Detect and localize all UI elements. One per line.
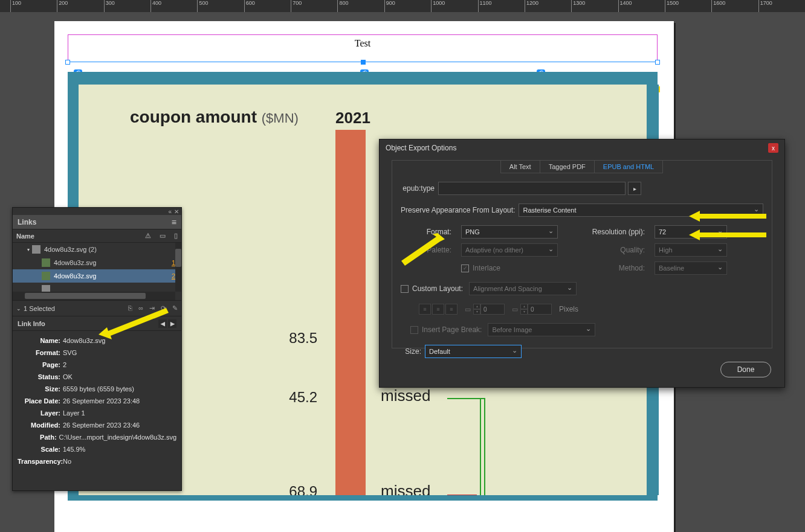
page-col-icon[interactable]: ▯ <box>174 232 178 240</box>
chart-title-main: coupon amount <box>130 107 257 126</box>
links-panel[interactable]: « ✕ Links ≡ Name ⚠ ▭ ▯ ▾4dow8u3z.svg (2)… <box>12 207 182 491</box>
info-value: 2 <box>63 361 66 368</box>
panel-tab-label: Links <box>18 218 36 226</box>
vscroll-thumb[interactable] <box>175 249 181 267</box>
link-row[interactable]: 4dow8u3z.svg2 <box>13 269 181 283</box>
epub-type-menu-icon[interactable]: ▸ <box>628 182 641 195</box>
dialog-tabs: Alt Text Tagged PDF EPUB and HTML <box>392 160 772 173</box>
stepper-down: ▾ <box>473 309 480 315</box>
info-row: Scale:145.9% <box>18 443 176 455</box>
goto-link-icon[interactable]: ⇥ <box>149 304 155 312</box>
method-select: Baseline <box>655 261 727 275</box>
info-row: Path:C:\User...mport_indesign\4dow8u3z.s… <box>18 431 176 443</box>
done-label: Done <box>737 365 755 374</box>
space-after-input: 0 <box>528 304 552 315</box>
selection-handle[interactable] <box>655 60 660 65</box>
panel-tab-links[interactable]: Links ≡ <box>13 215 181 229</box>
chart-connector-lines <box>447 393 496 495</box>
selected-count: 1 Selected <box>24 305 55 312</box>
image-icon <box>42 258 50 267</box>
tab-tagged-pdf[interactable]: Tagged PDF <box>540 160 595 173</box>
ruler-tick: 800 <box>337 0 348 12</box>
link-row[interactable]: ▾4dow8u3z.svg (2) <box>13 243 181 256</box>
relink-cc-icon[interactable]: ⎘ <box>128 304 132 312</box>
custom-layout-checkbox[interactable] <box>401 285 409 293</box>
done-button[interactable]: Done <box>720 362 771 377</box>
link-row[interactable]: 4dow8u3z.svg1 <box>13 256 181 269</box>
ruler-tick: 1300 <box>571 0 585 12</box>
info-value: C:\User...mport_indesign\4dow8u3z.svg <box>59 434 176 441</box>
palette-label: Palette: <box>401 246 455 254</box>
image-icon <box>42 272 50 280</box>
stepper-up: ▴ <box>520 304 528 309</box>
links-columns-header[interactable]: Name ⚠ ▭ ▯ <box>13 229 181 243</box>
info-label: Page: <box>18 361 63 368</box>
custom-layout-label: Custom Layout: <box>412 284 467 293</box>
ruler-tick: 400 <box>150 0 161 12</box>
prev-link-icon[interactable]: ◀ <box>158 319 167 328</box>
frame-label: Test <box>355 38 370 49</box>
size-label: Size: <box>401 347 425 356</box>
panel-titlebar[interactable]: « ✕ <box>13 208 181 215</box>
format-select[interactable]: PNG <box>461 225 558 239</box>
info-row: Page:2 <box>18 359 176 371</box>
edit-original-icon[interactable]: ✎ <box>172 304 178 312</box>
panel-menu-icon[interactable]: ≡ <box>172 217 176 227</box>
link-info-title: Link Info <box>18 320 45 327</box>
links-list[interactable]: ▾4dow8u3z.svg (2)4dow8u3z.svg14dow8u3z.s… <box>13 243 181 301</box>
ruler-tick: 1600 <box>711 0 725 12</box>
tab-epub-html[interactable]: EPUB and HTML <box>594 160 663 173</box>
dialog-titlebar[interactable]: Object Export Options x <box>380 139 784 156</box>
preserve-select[interactable]: Rasterise Content <box>519 204 763 217</box>
ruler-tick: 700 <box>291 0 302 12</box>
selection-handle[interactable] <box>65 60 70 65</box>
chart-bar <box>335 130 366 495</box>
quality-label: Quality: <box>564 246 648 254</box>
disclosure-icon[interactable]: ▾ <box>27 247 30 252</box>
disclosure-icon[interactable]: ⌄ <box>16 306 21 312</box>
quality-value: High <box>659 246 673 254</box>
align-center-icon: ≡ <box>432 304 444 315</box>
ruler-tick: 300 <box>104 0 115 12</box>
tab-alt-text[interactable]: Alt Text <box>500 160 540 173</box>
custom-layout-value: Alignment And Spacing <box>473 285 542 292</box>
info-row: Transparency:No <box>18 455 176 467</box>
stepper-up: ▴ <box>473 304 480 309</box>
space-after-icon: ▭ <box>512 306 518 313</box>
hscrollbar[interactable] <box>13 292 175 300</box>
collapse-icon[interactable]: « <box>168 208 172 215</box>
info-row: Format:SVG <box>18 347 176 359</box>
info-row: Status:OK <box>18 371 176 383</box>
update-link-icon[interactable]: ⟳ <box>161 304 166 312</box>
warning-icon[interactable]: ⚠ <box>145 232 151 240</box>
epub-type-input[interactable] <box>438 182 626 195</box>
links-footer: ⌄ 1 Selected ⎘ ∞ ⇥ ⟳ ✎ <box>13 301 181 316</box>
quality-select: High <box>655 243 727 257</box>
resolution-select[interactable]: 72 <box>655 225 727 239</box>
resolution-value: 72 <box>659 228 666 236</box>
info-label: Transparency: <box>18 458 63 465</box>
ruler-tick: 1200 <box>525 0 538 12</box>
ruler-tick: 500 <box>197 0 208 12</box>
info-row: Modified:26 September 2023 23:46 <box>18 419 176 431</box>
object-export-options-dialog[interactable]: Object Export Options x Alt Text Tagged … <box>379 139 785 388</box>
size-select[interactable]: Default <box>425 345 522 358</box>
hscroll-thumb[interactable] <box>25 293 146 299</box>
selection-handle[interactable] <box>361 60 366 65</box>
close-icon[interactable]: ✕ <box>174 208 179 215</box>
vscrollbar[interactable] <box>175 243 181 292</box>
close-icon[interactable]: x <box>768 143 778 153</box>
alignment-buttons: ≡ ≡ ≡ <box>419 304 457 315</box>
info-row: Layer:Layer 1 <box>18 407 176 419</box>
info-label: Size: <box>18 385 63 393</box>
text-frame-border[interactable]: Test <box>68 34 658 62</box>
link-info-header[interactable]: Link Info ◀ ▶ <box>13 316 181 331</box>
relink-icon[interactable]: ∞ <box>138 304 143 312</box>
embed-icon[interactable]: ▭ <box>160 232 166 240</box>
info-row: Name:4dow8u3z.svg <box>18 335 176 347</box>
info-value: 26 September 2023 23:46 <box>63 421 140 429</box>
insert-break-label: Insert Page Break: <box>422 325 485 334</box>
preserve-label: Preserve Appearance From Layout: <box>401 206 519 214</box>
info-value: No <box>63 458 71 465</box>
next-link-icon[interactable]: ▶ <box>168 319 176 328</box>
